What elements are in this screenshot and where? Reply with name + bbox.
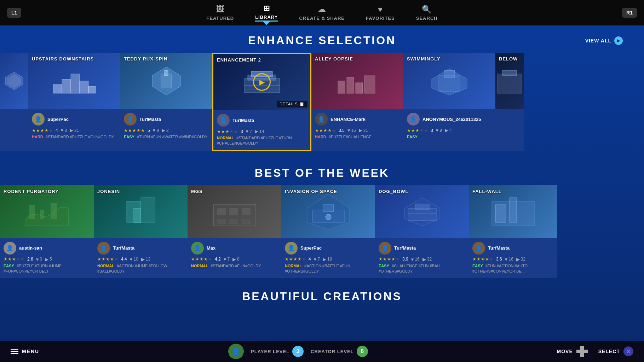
nav-featured[interactable]: 🖼 FEATURED [206,5,234,21]
enhance-card-4[interactable]: SWIMMINGLY 👤 ANONYMOUS_2462011325 ★★ [403,53,495,151]
best-card-stats-1: ★★★★★ 4.4 ♥10 ▶13 [97,257,184,262]
library-icon: ⊞ [263,4,270,13]
best-tags-4: EASY #CHALLENGE #FUN #BALL #OTHERS#GOLDY [379,263,465,274]
nav-favorites[interactable]: ♥ FAVORITES [366,5,395,21]
svg-rect-26 [51,203,57,219]
creator-level-badge: CREATOR LEVEL 6 [311,346,368,357]
best-username-1: TurfMasta [113,245,134,251]
bottom-center: 👤 PLAYER LEVEL 3 CREATOR LEVEL 6 [46,344,550,359]
view-all-circle: ▶ [614,36,623,45]
plays-stat-0: ▶21 [70,128,79,133]
avatar-1: 👤 [124,113,137,125]
enhance-card-partial[interactable] [0,53,28,151]
view-all-enhance-button[interactable]: VIEW ALL ▶ [585,36,623,45]
hamburger-icon [11,349,18,354]
best-card-stats-2: ★★★★★ 4.2 ♥7 ▶8 [191,257,278,262]
best-card-user-row-0: 👤 austin-san [4,242,90,255]
r1-button[interactable]: R1 [622,8,637,18]
stars-0: ★★★★★ [32,128,53,133]
card-user-row-0: 👤 SuperPac [32,113,117,125]
best-plays-stat-0: ▶5 [45,257,52,262]
best-stars-3: ★★★★★ [285,257,306,262]
x-button-icon: ✕ [623,346,633,356]
best-avatar-3: 👤 [285,242,298,255]
difficulty-0: HARD [32,135,43,139]
card-user-row-3: 👤 ENHANCE-Mark [315,113,400,125]
card-title-1: TEDDY RUX-SPIN [124,56,168,62]
creator-level-number: 6 [357,346,368,357]
main-content: ENHANCE SELECTION VIEW ALL ▶ UPSTAIRS DO… [0,25,644,341]
best-username-4: TurfMasta [394,245,416,251]
bottom-right: MOVE SELECT ✕ [557,346,633,357]
rating-0: 4 [56,128,58,133]
best-card-0[interactable]: RODENT PURGATORY 👤 austin-san [0,185,94,278]
nav-search[interactable]: 🔍 SEARCH [416,5,438,21]
hearts-stat-4: ♥9 [436,128,442,133]
best-hearts-stat-2: ♥7 [224,257,230,262]
best-card-4[interactable]: DOG_BOWL 👤 TurfMasta ★★ [375,185,469,278]
best-card-2[interactable]: MGS 👤 Max [188,185,281,278]
best-cards-row: RODENT PURGATORY 👤 austin-san [0,185,644,278]
best-difficulty-0: EASY [4,264,14,268]
best-rating-1: 4.4 [121,257,127,262]
nav-library[interactable]: ⊞ LIBRARY [255,4,278,22]
enhance-card-2[interactable]: ENHANCEMENT 2 ▶ DETAILS 📋 👤 TurfMa [212,53,311,151]
best-card-thumb-1: JONESIN [94,185,188,238]
menu-label: MENU [22,349,39,354]
best-card-3[interactable]: INVASION OF SPACE 👤 SuperPac [281,185,375,278]
card-info-1: 👤 TurfMasta ★★★★★ 5 ♥9 ▶2 EASY #TURN #FU… [120,109,212,143]
best-stars-0: ★★★★★ [4,257,24,262]
enhance-card-3[interactable]: ALLEY OOPSIE 👤 ENHANCE-Mark [311,53,403,151]
best-card-1[interactable]: JONESIN 👤 TurfMasta ★★★★★ [94,185,188,278]
hamburger-line-3 [11,353,18,354]
best-card-5[interactable]: FALL-WALL 👤 TurfMasta ★★★★★ [469,185,557,278]
play-button-2[interactable]: ▶ [253,73,271,91]
stars-3: ★★★★★ [315,128,336,133]
best-card-user-row-5: 👤 TurfMasta [472,242,554,255]
hamburger-line-2 [11,351,18,352]
card-user-row-4: 👤 ANONYMOUS_2462011325 [407,113,492,125]
move-hint: MOVE [557,346,588,357]
best-card-info-3: 👤 SuperPac ★★★★★ 4 ♥7 ▶19 NORMAL #ACTION… [281,238,375,278]
card-thumb-1: TEDDY RUX-SPIN [120,53,212,109]
card-stats-0: ★★★★★ 4 ♥8 ▶21 [32,128,117,133]
enhance-card-5[interactable]: BELOW [495,53,524,151]
player-level-badge: PLAYER LEVEL 3 [251,346,304,357]
svg-rect-29 [134,208,141,222]
l1-button[interactable]: L1 [7,8,21,18]
username-0: SuperPac [47,117,69,122]
best-avatar-4: 👤 [379,242,391,255]
details-button-2[interactable]: DETAILS 📋 [277,101,307,107]
difficulty-3: HARD [315,135,326,139]
svg-rect-3 [62,79,71,93]
best-card-thumb-5: FALL-WALL [469,185,557,238]
enhance-card-1[interactable]: TEDDY RUX-SPIN 👤 TurfMasta ★★★★★ [120,53,212,151]
card-thumb-partial [0,53,28,109]
svg-rect-6 [88,86,96,93]
stars-1: ★★★★★ [124,128,145,133]
thumb-shape-partial [0,53,28,109]
best-card-title-1: JONESIN [97,189,120,194]
svg-rect-18 [364,76,375,93]
best-hearts-stat-5: ♥16 [505,257,513,262]
best-plays-stat-1: ▶13 [141,257,150,262]
best-card-title-5: FALL-WALL [472,189,502,194]
menu-button[interactable]: MENU [11,349,39,354]
plays-stat-3: ▶21 [359,128,368,133]
avatar-0: 👤 [32,113,45,125]
svg-rect-42 [408,208,436,221]
svg-rect-31 [217,208,226,215]
svg-rect-15 [338,81,345,93]
rating-1: 5 [148,128,150,133]
avatar-3: 👤 [315,113,328,125]
nav-items: 🖼 FEATURED ⊞ LIBRARY ☁ CREATE & SHARE ♥ … [206,4,437,22]
best-rating-3: 4 [309,257,311,262]
create-share-icon: ☁ [318,5,326,14]
tags-1: EASY #TURN #FUN #WATER #WIND#GOLDY [124,134,209,140]
nav-create-share[interactable]: ☁ CREATE & SHARE [299,5,345,21]
enhance-card-0[interactable]: UPSTAIRS DOWNSTAIRS 👤 SuperPac [28,53,120,151]
svg-rect-25 [40,210,44,219]
svg-rect-47 [510,198,517,222]
svg-rect-34 [217,219,226,224]
card-user-row-1: 👤 TurfMasta [124,113,209,125]
